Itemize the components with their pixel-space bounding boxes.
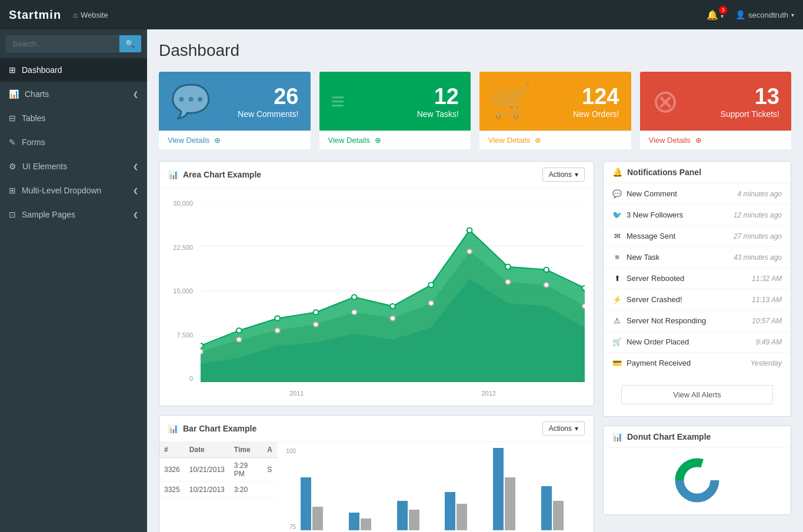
area-chart-header: 📊 Area Chart Example Actions ▾ — [159, 162, 594, 188]
notification-new-order: 🛒 New Order Placed 9:49 AM — [604, 332, 791, 353]
dashboard-icon: ⊞ — [9, 65, 16, 75]
sidebar-item-multi-level[interactable]: ⊞ Multi-Level Dropdown ❮ — [0, 179, 147, 203]
bar-6a — [541, 486, 552, 530]
bar-4b — [457, 504, 467, 530]
sidebar-item-ui-elements[interactable]: ⚙ UI Elements ❮ — [0, 155, 147, 179]
comments-view-details[interactable]: View Details ⊕ — [159, 131, 311, 149]
col-a: A — [262, 442, 277, 458]
svg-point-12 — [352, 295, 357, 299]
tables-icon: ⊟ — [9, 113, 16, 123]
page-title: Dashboard — [159, 41, 791, 60]
search-button[interactable]: 🔍 — [119, 35, 141, 52]
sidebar-item-sample-pages[interactable]: ⊡ Sample Pages ❮ — [0, 203, 147, 227]
donut-chart-header: 📊 Donut Chart Example — [604, 426, 791, 448]
bar-5a — [493, 448, 504, 530]
bar-4a — [445, 492, 455, 530]
navbar-website-link[interactable]: ⌂ Website — [73, 11, 108, 19]
sidebar-item-charts[interactable]: 📊 Charts ❮ — [0, 82, 147, 106]
bar-2b — [361, 518, 371, 530]
ui-elements-icon: ⚙ — [9, 162, 16, 171]
donut-chart-title: 📊 Donut Chart Example — [612, 432, 711, 441]
notification-bell[interactable]: 🔔 3 ▾ — [707, 9, 724, 21]
svg-point-14 — [428, 283, 434, 287]
navbar-brand[interactable]: Startmin — [9, 8, 61, 22]
area-chart-container: 30,000 22,500 15,000 7,500 0 — [165, 194, 588, 400]
stat-card-comments: 💬 26 New Comments! View Details ⊕ — [159, 72, 311, 149]
sidebar-item-tables[interactable]: ⊟ Tables — [0, 106, 147, 131]
x-axis-labels: 2011 2012 — [201, 390, 585, 397]
view-all-alerts-button[interactable]: View All Alerts — [621, 385, 773, 404]
svg-point-16 — [505, 265, 511, 269]
svg-point-10 — [275, 316, 280, 320]
svg-point-13 — [390, 304, 395, 309]
notifications-header: 🔔 Notifications Panel — [604, 162, 791, 183]
sidebar: 🔍 ⊞ Dashboard 📊 Charts ❮ ⊟ Tables — [0, 29, 147, 532]
notification-server-rebooted: ⬆ Server Rebooted 11:32 AM — [604, 268, 791, 289]
multi-level-arrow-icon: ❮ — [133, 187, 138, 195]
svg-point-24 — [390, 316, 395, 320]
charts-arrow-icon: ❮ — [133, 91, 138, 98]
support-icon: ⊗ — [652, 82, 679, 120]
notification-server-crashed: ⚡ Server Crashed! 11:13 AM — [604, 289, 791, 310]
layout: 🔍 ⊞ Dashboard 📊 Charts ❮ ⊟ Tables — [0, 29, 803, 532]
area-chart-body: 30,000 22,500 15,000 7,500 0 — [159, 188, 594, 406]
comments-icon: 💬 — [171, 82, 211, 121]
svg-point-28 — [544, 283, 549, 287]
payment-notif-icon: 💳 — [612, 359, 622, 367]
charts-column: 📊 Area Chart Example Actions ▾ 30,000 — [159, 161, 594, 532]
view-all-container: View All Alerts — [604, 373, 791, 416]
bar-chart-header: 📊 Bar Chart Example Actions ▾ — [159, 416, 594, 442]
comment-notif-icon: 💬 — [612, 189, 622, 198]
warning-notif-icon: ⚠ — [612, 316, 622, 325]
area-chart-title: 📊 Area Chart Example — [168, 170, 261, 179]
orders-icon: 🛒 — [491, 82, 532, 121]
main-content: Dashboard 💬 26 New Comments! View Detail… — [147, 29, 803, 532]
navbar: Startmin ⌂ Website 🔔 3 ▾ 👤 secondtruth ▾ — [0, 0, 803, 29]
donut-chart-panel: 📊 Donut Chart Example — [603, 426, 791, 515]
home-icon: ⌂ — [73, 11, 78, 19]
bar-chart-actions-button[interactable]: Actions ▾ — [542, 421, 585, 436]
bar-2a — [349, 513, 359, 530]
bar-1b — [312, 507, 323, 530]
multi-level-icon: ⊞ — [9, 186, 16, 195]
y-axis-labels: 30,000 22,500 15,000 7,500 0 — [165, 200, 198, 382]
svg-point-19 — [201, 349, 203, 354]
sidebar-item-forms[interactable]: ✎ Forms — [0, 131, 147, 155]
user-icon: 👤 — [735, 10, 745, 19]
tasks-view-details[interactable]: View Details ⊕ — [319, 131, 471, 149]
svg-point-8 — [201, 343, 203, 348]
tasks-icon: ≡ — [331, 88, 345, 115]
search-icon: 🔍 — [125, 39, 135, 48]
task-notif-icon: ≡ — [612, 253, 622, 262]
sample-pages-arrow-icon: ❮ — [133, 211, 138, 219]
bar-1a — [301, 477, 311, 530]
svg-point-21 — [275, 328, 280, 333]
orders-view-details[interactable]: View Details ⊕ — [479, 131, 631, 149]
user-menu[interactable]: 👤 secondtruth ▾ — [735, 10, 794, 19]
sidebar-item-dashboard[interactable]: ⊞ Dashboard — [0, 58, 147, 82]
search-box: 🔍 — [0, 29, 147, 58]
bar-5b — [505, 477, 515, 530]
notification-message-sent: ✉ Message Sent 27 minutes ago — [604, 226, 791, 247]
area-chart-actions-button[interactable]: Actions ▾ — [542, 168, 585, 182]
notifications-title: 🔔 Notifications Panel — [612, 168, 701, 177]
col-time: Time — [229, 442, 263, 458]
followers-notif-icon: 🐦 — [612, 210, 622, 219]
donut-chart-svg — [612, 457, 782, 504]
support-view-details[interactable]: View Details ⊕ — [640, 131, 792, 149]
search-input[interactable] — [6, 35, 119, 52]
sidebar-menu: ⊞ Dashboard 📊 Charts ❮ ⊟ Tables ✎ — [0, 58, 147, 227]
right-sidebar: 🔔 Notifications Panel 💬 New Comment 4 mi… — [603, 161, 791, 532]
orders-details-arrow-icon: ⊕ — [535, 136, 541, 145]
svg-point-15 — [467, 228, 472, 233]
bar-chart-icon: 📊 — [168, 170, 178, 179]
stat-card-tasks: ≡ 12 New Tasks! View Details ⊕ — [319, 72, 471, 149]
sample-pages-icon: ⊡ — [9, 210, 16, 219]
notification-followers: 🐦 3 New Followers 12 minutes ago — [604, 205, 791, 226]
svg-point-27 — [505, 279, 511, 284]
stat-card-orders: 🛒 124 New Orders! View Details ⊕ — [479, 72, 631, 149]
col-number: # — [159, 442, 185, 458]
donut-chart-icon: 📊 — [612, 432, 622, 441]
crash-notif-icon: ⚡ — [612, 295, 622, 304]
bar-chart-row: # Date Time A 3326 — [159, 442, 594, 532]
